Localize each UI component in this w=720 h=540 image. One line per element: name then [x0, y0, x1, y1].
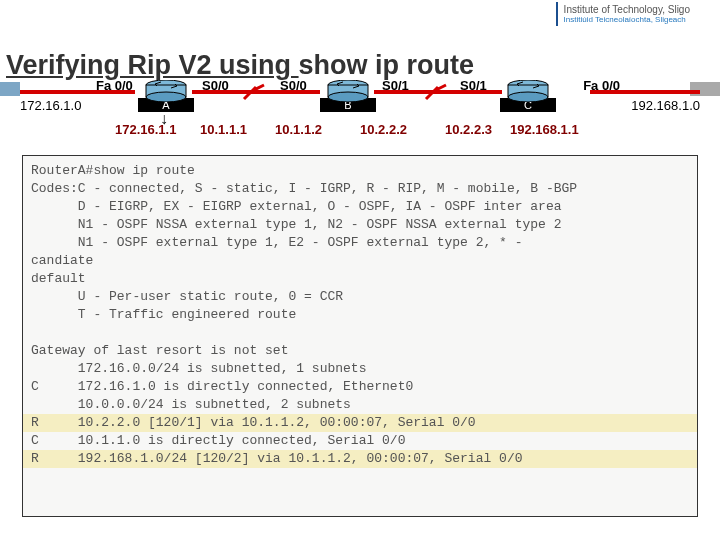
lightning-icon — [424, 83, 448, 105]
iface-fa00-right: Fa 0/0 — [583, 78, 620, 93]
router-c: C — [500, 80, 556, 112]
slide-title: Verifying Rip V2 using show ip route — [6, 50, 474, 81]
iface-s01-b: S0/1 — [382, 78, 409, 93]
iface-s00-a: S0/0 — [202, 78, 229, 93]
iface-s00-b: S0/0 — [280, 78, 307, 93]
lightning-icon — [242, 83, 266, 105]
term-line: candiate — [31, 253, 93, 268]
iface-fa00-left: Fa 0/0 — [96, 78, 133, 93]
svg-point-8 — [508, 92, 548, 102]
router-icon — [507, 80, 549, 100]
ip-a-left: 172.16.1.1 — [115, 122, 176, 137]
net-right-label: 192.168.1.0 — [631, 98, 700, 113]
router-icon — [327, 80, 369, 100]
ip-c-left: 10.2.2.3 — [445, 122, 492, 137]
term-line: 172.16.0.0/24 is subnetted, 1 subnets — [31, 361, 366, 376]
term-line: U - Per-user static route, 0 = CCR — [31, 289, 343, 304]
term-line: C 172.16.1.0 is directly connected, Ethe… — [31, 379, 413, 394]
term-line: D - EIGRP, EX - EIGRP external, O - OSPF… — [31, 199, 562, 214]
router-icon — [145, 80, 187, 100]
term-line-highlight: R 192.168.1.0/24 [120/2] via 10.1.1.2, 0… — [23, 450, 697, 468]
ip-a-right: 10.1.1.1 — [200, 122, 247, 137]
slide-tab-stub — [0, 82, 20, 96]
org-name-ga: Institiúid Teicneolaíochta, Sligeach — [564, 15, 690, 24]
term-line: default — [31, 271, 86, 286]
term-line: RouterA#show ip route — [31, 163, 195, 178]
term-line-highlight: R 10.2.2.0 [120/1] via 10.1.1.2, 00:00:0… — [23, 414, 697, 432]
term-line: N1 - OSPF NSSA external type 1, N2 - OSP… — [31, 217, 562, 232]
ip-c-right: 192.168.1.1 — [510, 122, 579, 137]
iface-s01-c: S0/1 — [460, 78, 487, 93]
header-accent — [556, 2, 558, 26]
svg-point-2 — [146, 92, 186, 102]
term-line: 10.0.0.0/24 is subnetted, 2 subnets — [31, 397, 351, 412]
svg-point-5 — [328, 92, 368, 102]
title-underlined: Verifying Rip V2 using — [6, 50, 299, 80]
topology-diagram: 172.16.1.0 192.168.1.0 Fa 0/0 Fa 0/0 A B… — [20, 78, 700, 148]
org-header: Institute of Technology, Sligo Institiúi… — [556, 2, 690, 26]
router-b: B — [320, 80, 376, 112]
terminal-output: RouterA#show ip route Codes:C - connecte… — [22, 155, 698, 517]
term-line: T - Traffic engineered route — [31, 307, 296, 322]
term-line: N1 - OSPF external type 1, E2 - OSPF ext… — [31, 235, 522, 250]
ip-b-left: 10.1.1.2 — [275, 122, 322, 137]
net-left-label: 172.16.1.0 — [20, 98, 81, 113]
ip-b-right: 10.2.2.2 — [360, 122, 407, 137]
term-line: Gateway of last resort is not set — [31, 343, 288, 358]
router-a: A — [138, 80, 194, 112]
title-plain: show ip route — [299, 50, 475, 80]
term-line: C 10.1.1.0 is directly connected, Serial… — [31, 433, 405, 448]
org-name: Institute of Technology, Sligo — [564, 4, 690, 15]
term-line: Codes:C - connected, S - static, I - IGR… — [31, 181, 577, 196]
